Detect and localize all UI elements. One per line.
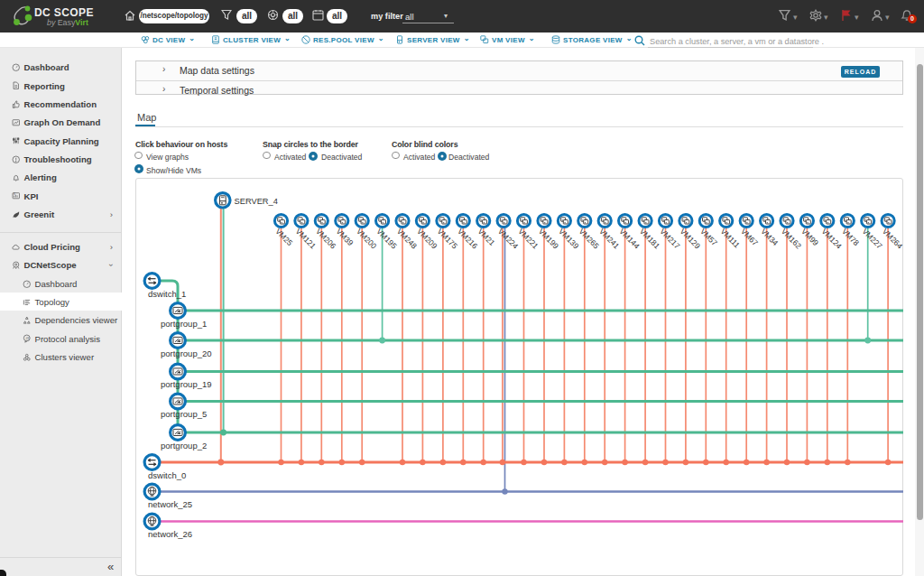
svg-text:VM209: VM209 [415,227,439,250]
svg-text:VM78: VM78 [840,227,861,247]
svg-text:VM124: VM124 [820,227,844,250]
svg-text:portgroup_5: portgroup_5 [161,409,207,419]
svg-text:dswitch_1: dswitch_1 [148,289,186,299]
svg-text:VM39: VM39 [335,227,356,247]
svg-text:VM25: VM25 [273,227,294,247]
svg-text:VM221: VM221 [516,227,540,250]
svg-text:network_25: network_25 [148,499,192,509]
svg-text:VM265: VM265 [578,227,601,250]
svg-text:VM241: VM241 [597,227,621,250]
svg-text:VM111: VM111 [718,227,742,250]
svg-text:portgroup_20: portgroup_20 [161,348,212,358]
svg-text:VM227: VM227 [860,227,883,250]
svg-text:VM195: VM195 [374,227,398,250]
svg-text:VM34: VM34 [759,227,780,247]
svg-text:network_26: network_26 [148,529,192,539]
svg-text:portgroup_19: portgroup_19 [161,379,212,389]
svg-text:VM129: VM129 [679,227,702,250]
svg-text:VM139: VM139 [557,227,580,250]
svg-text:VM206: VM206 [314,227,337,250]
svg-text:VM175: VM175 [436,227,459,250]
svg-text:VM181: VM181 [638,227,661,250]
svg-text:VM264: VM264 [881,227,904,250]
svg-text:SERVER_4: SERVER_4 [235,197,278,206]
svg-text:VM199: VM199 [537,227,560,250]
svg-text:portgroup_1: portgroup_1 [161,319,207,329]
svg-text:VM248: VM248 [395,227,419,250]
svg-text:VM224: VM224 [496,227,520,250]
svg-text:portgroup_2: portgroup_2 [161,441,207,451]
svg-text:VM162: VM162 [780,227,803,250]
svg-text:VM121: VM121 [294,227,318,250]
svg-text:VM67: VM67 [739,227,760,247]
svg-text:VM200: VM200 [355,227,378,250]
svg-text:VM217: VM217 [658,227,681,250]
svg-text:VM144: VM144 [617,227,641,250]
svg-text:dswitch_0: dswitch_0 [148,470,186,480]
svg-text:VM216: VM216 [456,227,479,250]
